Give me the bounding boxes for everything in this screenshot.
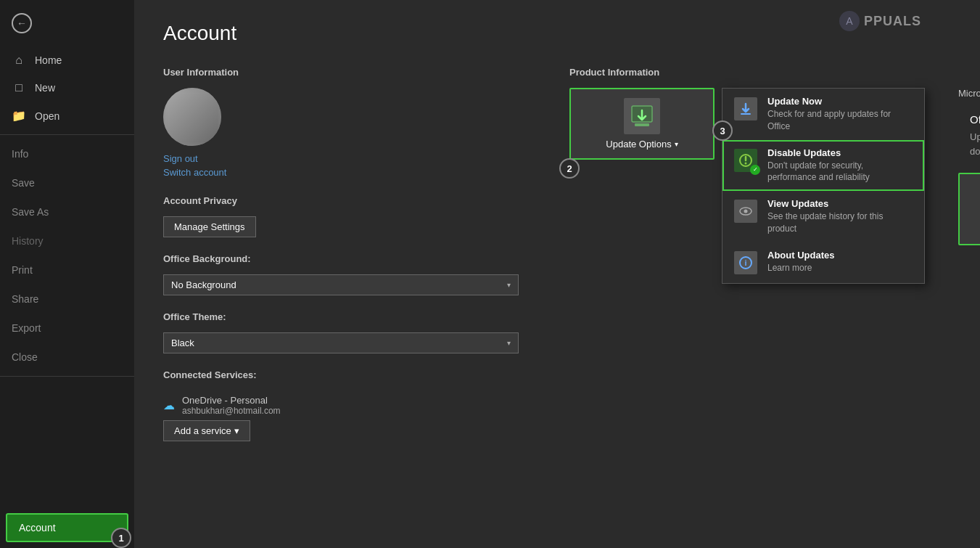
update-options-arrow-icon: ▾ [675, 140, 678, 148]
dropdown-item-update-now[interactable]: Update Now Check for and apply updates f… [722, 89, 924, 140]
sidebar-item-print[interactable]: Print [0, 255, 134, 285]
account-button-label: Account [19, 522, 56, 533]
sidebar-item-print-label: Print [12, 264, 33, 276]
add-service-arrow-icon: ▾ [234, 425, 239, 436]
office-updates-title: Office Updates [970, 113, 980, 126]
about-updates-desc: Learn more [767, 262, 914, 274]
add-service-label: Add a service [174, 425, 231, 436]
sidebar-item-open[interactable]: 📁 Open [0, 102, 134, 130]
connected-services-section: Connected Services: ☁ OneDrive - Persona… [163, 369, 540, 441]
disable-updates-title[interactable]: Disable Updates [767, 147, 914, 158]
switch-account-link[interactable]: Switch account [163, 167, 540, 178]
watermark-text: PPUALS [864, 14, 921, 29]
add-service-button[interactable]: Add a service ▾ [163, 420, 250, 441]
sidebar-item-home[interactable]: ⌂ Home [0, 46, 134, 74]
sidebar-item-save-label: Save [12, 177, 35, 189]
sidebar-item-close[interactable]: Close [0, 343, 134, 372]
sidebar-item-open-label: Open [35, 110, 59, 122]
office-version-label: Microsoft Office 2019 [958, 88, 980, 99]
disable-updates-icon-container: ✓ [733, 147, 759, 173]
office-updates-section: Office Updates Updates are automatically… [958, 107, 980, 164]
about-updates-title[interactable]: About Updates [767, 250, 914, 261]
nav-divider-2 [0, 376, 134, 377]
sidebar-item-share[interactable]: Share [0, 285, 134, 314]
account-button[interactable]: Account [6, 513, 128, 542]
user-info-section: User Information Sign out Switch account [163, 67, 540, 178]
about-word-section: ? About Word About Word Learn more about… [958, 173, 980, 344]
svg-point-5 [745, 162, 747, 164]
update-options-card[interactable]: Update Options ▾ [569, 88, 715, 160]
service-name: OneDrive - Personal [182, 395, 281, 406]
sidebar-item-save-as[interactable]: Save As [0, 197, 134, 226]
office-theme-dropdown[interactable]: Black ▾ [163, 332, 519, 353]
user-info-title: User Information [163, 67, 540, 78]
about-updates-icon-container: i [733, 250, 759, 276]
sidebar-item-save-as-label: Save As [12, 206, 49, 218]
office-theme-title: Office Theme: [163, 311, 540, 322]
office-background-value: No Background [171, 279, 236, 290]
service-email: ashbukhari@hotmail.com [182, 406, 281, 416]
sidebar-item-history-label: History [12, 235, 44, 247]
svg-point-7 [744, 210, 748, 213]
view-updates-title[interactable]: View Updates [767, 198, 914, 209]
svg-rect-1 [635, 123, 649, 126]
sidebar-item-save[interactable]: Save [0, 168, 134, 197]
office-updates-info: Office Updates Updates are automatically… [958, 107, 980, 164]
sidebar-item-export-label: Export [12, 322, 41, 334]
new-icon: □ [12, 81, 26, 94]
account-privacy-title: Account Privacy [163, 195, 540, 206]
update-options-icon [624, 98, 660, 134]
update-now-desc: Check for and apply updates for Office [767, 108, 914, 133]
step-marker-1: 1 [111, 528, 131, 548]
avatar [163, 88, 221, 146]
view-updates-text: View Updates See the update history for … [767, 198, 914, 235]
watermark: A PPUALS [832, 3, 977, 39]
user-links: Sign out Switch account [163, 153, 540, 178]
about-word-card[interactable]: ? About Word [958, 173, 980, 245]
svg-text:i: i [744, 258, 746, 267]
manage-settings-button[interactable]: Manage Settings [163, 216, 256, 237]
nav-divider-1 [0, 134, 134, 135]
view-updates-icon-container [733, 198, 759, 224]
dropdown-item-about-updates[interactable]: i About Updates Learn more [722, 242, 924, 283]
office-background-dropdown[interactable]: No Background ▾ [163, 274, 519, 295]
account-privacy-section: Account Privacy Manage Settings [163, 195, 540, 237]
sign-out-link[interactable]: Sign out [163, 153, 540, 164]
view-updates-desc: See the update history for this product [767, 210, 914, 235]
sidebar: ← ⌂ Home □ New 📁 Open Info Save Save As … [0, 0, 134, 548]
onedrive-service-item: ☁ OneDrive - Personal ashbukhari@hotmail… [163, 390, 540, 420]
left-panel: User Information Sign out Switch account… [163, 67, 540, 526]
disable-updates-desc: Don't update for security, performance a… [767, 160, 914, 184]
office-background-title: Office Background: [163, 253, 540, 264]
sidebar-item-info[interactable]: Info [0, 139, 134, 168]
watermark-logo-icon: A [838, 9, 861, 33]
update-now-title[interactable]: Update Now [767, 96, 914, 107]
svg-text:A: A [846, 15, 853, 27]
office-background-arrow-icon: ▾ [507, 281, 511, 289]
onedrive-icon: ☁ [163, 398, 175, 412]
about-updates-text: About Updates Learn more [767, 250, 914, 274]
service-info: OneDrive - Personal ashbukhari@hotmail.c… [182, 395, 281, 416]
right-panel: Product Information 2 [569, 67, 980, 526]
back-arrow-icon: ← [12, 13, 32, 33]
avatar-image [163, 88, 221, 146]
step-marker-3: 3 [712, 120, 733, 141]
update-options-dropdown: 3 [722, 88, 925, 284]
dropdown-item-view-updates[interactable]: View Updates See the update history for … [722, 191, 924, 242]
update-now-icon [734, 97, 757, 120]
open-icon: 📁 [12, 109, 26, 123]
office-theme-arrow-icon: ▾ [507, 339, 511, 347]
dropdown-item-disable-updates[interactable]: ✓ Disable Updates Don't update for secur… [722, 140, 924, 192]
update-now-text: Update Now Check for and apply updates f… [767, 96, 914, 133]
sidebar-item-history[interactable]: History [0, 226, 134, 255]
sidebar-item-new[interactable]: □ New [0, 74, 134, 102]
back-button[interactable]: ← [6, 7, 38, 39]
main-content: Account User Information Sign out Switch… [134, 0, 980, 548]
sidebar-item-info-label: Info [12, 148, 28, 160]
connected-services-title: Connected Services: [163, 369, 540, 380]
update-options-svg-icon [629, 103, 655, 129]
office-theme-value: Black [171, 338, 194, 348]
office-background-section: Office Background: No Background ▾ [163, 253, 540, 295]
sidebar-item-export[interactable]: Export [0, 314, 134, 343]
disable-updates-text: Disable Updates Don't update for securit… [767, 147, 914, 184]
